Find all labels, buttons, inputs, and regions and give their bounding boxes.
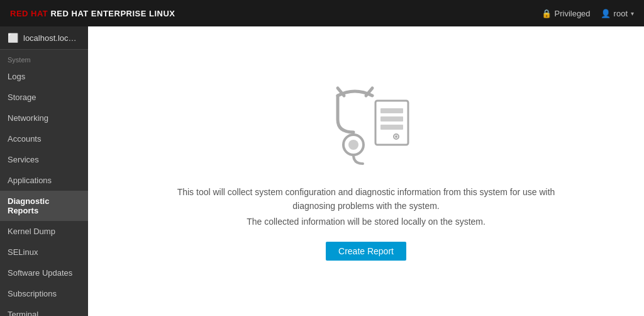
svg-point-9 <box>395 135 397 138</box>
sidebar-item-logs[interactable]: Logs <box>0 66 88 87</box>
create-report-button[interactable]: Create Report <box>326 242 406 261</box>
svg-rect-5 <box>380 108 403 113</box>
sidebar-group-system: System <box>0 50 88 66</box>
sidebar-item-subscriptions[interactable]: Subscriptions <box>0 283 88 304</box>
topbar-right: 🔒 Privileged 👤 root ▾ <box>541 9 635 18</box>
sidebar-item-diagnostic-reports[interactable]: Diagnostic Reports <box>0 191 88 221</box>
topbar: RED HAT RED HAT ENTERPRISE LINUXRED HAT … <box>0 0 644 26</box>
privilege-label: Privileged <box>555 9 591 18</box>
sidebar-item-kernel-dump[interactable]: Kernel Dump <box>0 221 88 242</box>
svg-rect-6 <box>380 116 403 121</box>
user-icon: 👤 <box>601 9 611 18</box>
lock-icon: 🔒 <box>541 9 552 18</box>
main-layout: ⬜ localhost.locald... System Logs Storag… <box>0 26 644 316</box>
user-menu[interactable]: 👤 root ▾ <box>601 9 634 18</box>
svg-rect-7 <box>380 125 403 130</box>
content-area: This tool will collect system configurat… <box>88 26 644 316</box>
sidebar-item-applications[interactable]: Applications <box>0 170 88 191</box>
sidebar-item-services[interactable]: Services <box>0 149 88 170</box>
sidebar-item-selinux[interactable]: SELinux <box>0 242 88 262</box>
app-brand: RED HAT RED HAT ENTERPRISE LINUXRED HAT … <box>10 9 175 18</box>
sidebar-item-networking[interactable]: Networking <box>0 108 88 128</box>
diagnostic-icon-container <box>316 82 416 170</box>
sidebar: ⬜ localhost.locald... System Logs Storag… <box>0 26 88 316</box>
chevron-down-icon: ▾ <box>631 10 634 17</box>
sidebar-item-software-updates[interactable]: Software Updates <box>0 262 88 283</box>
svg-rect-4 <box>375 101 408 145</box>
diagnostic-note: The collected information will be stored… <box>247 217 486 227</box>
privilege-indicator: 🔒 Privileged <box>541 9 591 18</box>
user-label: root <box>614 9 628 18</box>
sidebar-item-terminal[interactable]: Terminal <box>0 304 88 316</box>
sidebar-item-accounts[interactable]: Accounts <box>0 128 88 149</box>
sidebar-item-storage[interactable]: Storage <box>0 87 88 108</box>
server-icon: ⬜ <box>8 33 18 43</box>
sidebar-header[interactable]: ⬜ localhost.locald... <box>0 26 88 50</box>
hostname-label: localhost.locald... <box>23 33 80 43</box>
diagnostic-illustration <box>316 82 416 170</box>
diagnostic-description: This tool will collect system configurat… <box>171 185 561 213</box>
svg-point-3 <box>348 140 358 150</box>
